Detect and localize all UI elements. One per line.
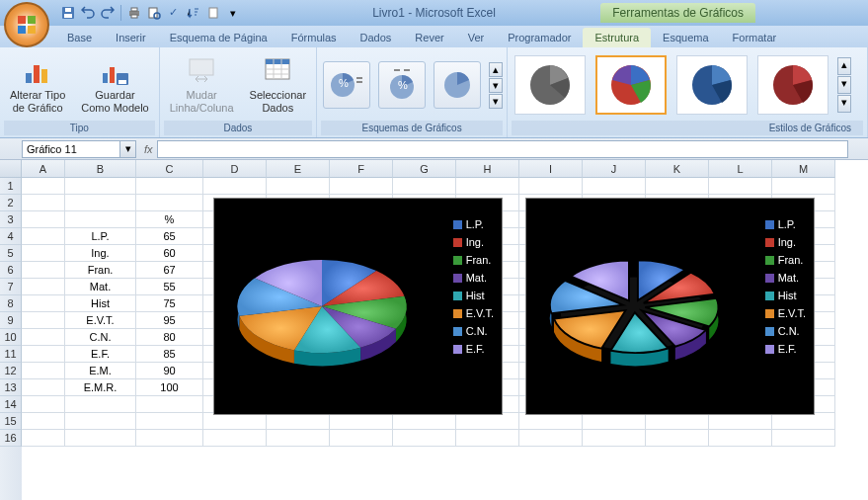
layouts-scroll-up[interactable]: ▴ <box>489 62 503 77</box>
worksheet-grid[interactable]: 12345678910111213141516 %L.P.65Ing.60Fra… <box>0 178 868 500</box>
cell[interactable] <box>393 413 456 430</box>
cell[interactable]: 90 <box>136 363 203 379</box>
chart-style-3[interactable] <box>676 55 748 115</box>
cell[interactable] <box>583 413 646 430</box>
chart-style-1[interactable] <box>514 55 586 115</box>
cell[interactable] <box>65 178 136 195</box>
styles-scroll-up[interactable]: ▴ <box>837 57 851 75</box>
select-data-button[interactable]: Seleccionar Dados <box>244 53 312 117</box>
col-header-J[interactable]: J <box>583 160 646 178</box>
col-header-B[interactable]: B <box>65 160 136 178</box>
row-header-6[interactable]: 6 <box>0 262 22 279</box>
tab-estrutura[interactable]: Estrutura <box>583 28 651 47</box>
cell[interactable] <box>22 245 65 262</box>
cell[interactable] <box>267 413 330 430</box>
tab-formatar[interactable]: Formatar <box>721 28 789 47</box>
row-header-15[interactable]: 15 <box>0 413 22 430</box>
cell[interactable]: 85 <box>136 346 203 363</box>
change-chart-type-button[interactable]: Alterar Tipo de Gráfico <box>4 53 71 117</box>
cell[interactable] <box>136 430 203 447</box>
redo-icon[interactable] <box>99 4 117 22</box>
row-header-1[interactable]: 1 <box>0 178 22 195</box>
cell[interactable] <box>136 178 203 195</box>
chart-style-4[interactable] <box>757 55 829 115</box>
tab-formulas[interactable]: Fórmulas <box>279 28 349 47</box>
tab-dados[interactable]: Dados <box>349 28 404 47</box>
cell[interactable] <box>709 413 772 430</box>
cell[interactable]: 95 <box>136 312 203 329</box>
cell[interactable] <box>646 430 709 447</box>
cell[interactable] <box>22 228 65 245</box>
cell[interactable]: E.M. <box>65 363 136 379</box>
tab-esquema-pagina[interactable]: Esquema de Página <box>158 28 279 47</box>
cell[interactable] <box>22 195 65 211</box>
cell[interactable] <box>772 413 835 430</box>
cell[interactable] <box>267 430 330 447</box>
cell[interactable] <box>22 178 65 195</box>
tab-base[interactable]: Base <box>55 28 104 47</box>
cell[interactable]: Ing. <box>65 245 136 262</box>
print-preview-icon[interactable] <box>145 4 163 22</box>
fx-label[interactable]: fx <box>144 143 153 155</box>
col-header-L[interactable]: L <box>709 160 772 178</box>
row-header-8[interactable]: 8 <box>0 295 22 312</box>
cell[interactable]: 67 <box>136 262 203 279</box>
cell[interactable] <box>709 178 772 195</box>
cell[interactable] <box>22 379 65 396</box>
col-header-K[interactable]: K <box>646 160 709 178</box>
cell[interactable] <box>22 329 65 346</box>
select-all-corner[interactable] <box>0 160 22 178</box>
new-icon[interactable] <box>204 4 222 22</box>
cell[interactable] <box>65 211 136 228</box>
row-header-3[interactable]: 3 <box>0 211 22 228</box>
cell[interactable] <box>330 178 393 195</box>
cell[interactable] <box>22 312 65 329</box>
tab-esquema[interactable]: Esquema <box>651 28 720 47</box>
cell[interactable]: E.F. <box>65 346 136 363</box>
cell[interactable]: Fran. <box>65 262 136 279</box>
styles-more[interactable]: ▾ <box>837 95 851 113</box>
cell[interactable] <box>330 430 393 447</box>
cell[interactable]: 60 <box>136 245 203 262</box>
col-header-A[interactable]: A <box>22 160 65 178</box>
cell[interactable] <box>22 346 65 363</box>
cell[interactable] <box>22 211 65 228</box>
chart-layout-3[interactable] <box>434 61 481 109</box>
cell[interactable] <box>203 430 267 447</box>
cell[interactable]: % <box>136 211 203 228</box>
cell[interactable] <box>456 430 519 447</box>
cell[interactable] <box>203 178 267 195</box>
cell[interactable] <box>136 396 203 413</box>
cell[interactable] <box>519 413 583 430</box>
chart-layout-1[interactable]: % <box>323 61 370 109</box>
cell[interactable] <box>22 295 65 312</box>
cell[interactable] <box>772 178 835 195</box>
cell[interactable]: C.N. <box>65 329 136 346</box>
col-header-M[interactable]: M <box>772 160 835 178</box>
row-header-2[interactable]: 2 <box>0 195 22 211</box>
cell[interactable] <box>136 195 203 211</box>
cell[interactable] <box>393 430 456 447</box>
cell[interactable] <box>22 413 65 430</box>
styles-scroll-down[interactable]: ▾ <box>837 76 851 94</box>
cell[interactable] <box>646 413 709 430</box>
cell[interactable] <box>772 430 835 447</box>
sort-icon[interactable] <box>185 4 202 22</box>
row-header-12[interactable]: 12 <box>0 363 22 379</box>
cell[interactable] <box>65 195 136 211</box>
spelling-icon[interactable]: ✓ <box>165 4 183 22</box>
cell[interactable] <box>519 178 583 195</box>
cell[interactable]: 75 <box>136 295 203 312</box>
cell[interactable] <box>330 413 393 430</box>
cell[interactable]: L.P. <box>65 228 136 245</box>
cell[interactable] <box>136 413 203 430</box>
col-header-D[interactable]: D <box>203 160 267 178</box>
layouts-scroll-down[interactable]: ▾ <box>489 78 503 93</box>
embedded-chart-2[interactable]: L.P.Ing.Fran.Mat.HistE.V.T.C.N.E.F. <box>525 198 815 415</box>
undo-icon[interactable] <box>79 4 97 22</box>
name-box-dropdown[interactable]: ▾ <box>120 140 136 158</box>
cell[interactable] <box>267 178 330 195</box>
cell[interactable] <box>583 178 646 195</box>
cell[interactable]: Mat. <box>65 279 136 295</box>
tab-ver[interactable]: Ver <box>456 28 497 47</box>
